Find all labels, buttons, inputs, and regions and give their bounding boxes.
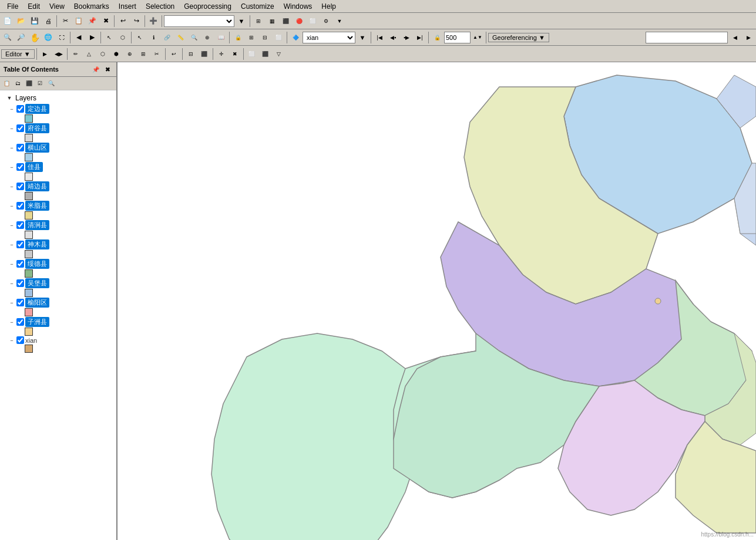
xian-dropdown[interactable]: xian: [303, 32, 355, 43]
open-button[interactable]: 📂: [15, 15, 28, 28]
expand-wubao[interactable]: −: [8, 280, 15, 287]
menu-file[interactable]: File: [2, 1, 23, 12]
tool5[interactable]: ⬜: [306, 15, 319, 28]
edit-tool13[interactable]: ✛: [215, 48, 228, 60]
map-area[interactable]: https://blog.csdn.h...: [117, 62, 756, 540]
menu-edit[interactable]: Edit: [23, 1, 45, 12]
tool6[interactable]: ⚙: [320, 15, 332, 28]
toc-close-button[interactable]: ✖: [102, 64, 113, 75]
swatch-dingbian[interactable]: [25, 114, 33, 123]
edit-tool8[interactable]: ⊞: [137, 48, 150, 60]
edit-tool1[interactable]: ▶: [39, 48, 52, 60]
save-button[interactable]: 💾: [28, 15, 41, 28]
back-button[interactable]: ◀: [72, 31, 85, 44]
swatch-mizhi[interactable]: [25, 211, 33, 220]
tool2[interactable]: ▦: [266, 15, 278, 28]
swatch-suide[interactable]: [25, 269, 33, 278]
checkbox-jingbian[interactable]: [16, 183, 24, 190]
menu-help[interactable]: Help: [317, 1, 341, 12]
paste-button[interactable]: 📌: [86, 15, 99, 28]
toc-tool2[interactable]: 🗂: [12, 78, 23, 89]
menu-insert[interactable]: Insert: [114, 1, 141, 12]
expand-qingjian[interactable]: −: [8, 222, 15, 229]
edit-tool15[interactable]: ⬜: [246, 48, 258, 60]
xian-dropdown-arrow[interactable]: ▼: [356, 31, 369, 44]
swatch-zizhou[interactable]: [25, 328, 33, 336]
menu-selection[interactable]: Selection: [141, 1, 179, 12]
add-data-button[interactable]: ➕: [147, 15, 160, 28]
toc-tool3[interactable]: ⬛: [23, 78, 34, 89]
identify-tool[interactable]: ℹ: [147, 31, 160, 44]
georef-input[interactable]: [646, 32, 728, 43]
layer-dropdown[interactable]: [164, 15, 234, 27]
edit-tool7[interactable]: ⊕: [123, 48, 136, 60]
edit-tool2[interactable]: ◀▶: [52, 48, 65, 60]
swatch-jia[interactable]: [25, 173, 33, 181]
zoom-wnd[interactable]: ⬜: [272, 31, 285, 44]
checkbox-wubao[interactable]: [16, 279, 24, 287]
zoom-to[interactable]: ⊞: [245, 31, 258, 44]
hyperlink-tool[interactable]: 🔗: [160, 31, 173, 44]
new-button[interactable]: 📄: [1, 15, 14, 28]
spatial-bookmarks[interactable]: 📖: [214, 31, 227, 44]
expand-yuyang[interactable]: −: [8, 299, 15, 306]
redo-button[interactable]: ↪: [130, 15, 143, 28]
menu-geoprocessing[interactable]: Geoprocessing: [179, 1, 236, 12]
scale-input[interactable]: [444, 32, 471, 43]
copy-button[interactable]: 📋: [72, 15, 85, 28]
edit-tool10[interactable]: ↩: [167, 48, 180, 60]
tool4[interactable]: 🔴: [293, 15, 305, 28]
edit-tool4[interactable]: △: [83, 48, 96, 60]
swatch-fuyu[interactable]: [25, 134, 33, 142]
swatch-qingjian[interactable]: [25, 231, 33, 239]
tool7[interactable]: ▼: [333, 15, 346, 28]
checkbox-mizhi[interactable]: [16, 202, 24, 210]
menu-windows[interactable]: Windows: [279, 1, 317, 12]
toc-tool4[interactable]: ☑: [35, 78, 45, 89]
measure-tool[interactable]: 📏: [174, 31, 187, 44]
checkbox-hengshan[interactable]: [16, 144, 24, 151]
nav-btn2[interactable]: ◀▪: [387, 31, 399, 44]
expand-fuyu[interactable]: −: [8, 125, 15, 132]
checkbox-dingbian[interactable]: [16, 105, 24, 113]
edit-tool9[interactable]: ✂: [150, 48, 163, 60]
zoom-level[interactable]: ⊟: [258, 31, 271, 44]
dropdown-arrow[interactable]: ▼: [235, 15, 248, 28]
tool3[interactable]: ⬛: [279, 15, 292, 28]
pan-button[interactable]: ✋: [28, 31, 41, 44]
checkbox-suide[interactable]: [16, 260, 24, 268]
print-button[interactable]: 🖨: [42, 15, 55, 28]
toc-tool1[interactable]: 📋: [1, 78, 12, 89]
globe-button[interactable]: 🌐: [42, 31, 55, 44]
cut-button[interactable]: ✂: [59, 15, 72, 28]
edit-tool17[interactable]: ▽: [273, 48, 285, 60]
swatch-yuyang[interactable]: [25, 308, 33, 316]
expand-xian[interactable]: −: [8, 337, 15, 344]
edit-tool3[interactable]: ✏: [69, 48, 82, 60]
swatch-xian[interactable]: [25, 345, 33, 353]
nav-btn3[interactable]: ▪▶: [400, 31, 413, 44]
expand-mizhi[interactable]: −: [8, 203, 15, 210]
checkbox-yuyang[interactable]: [16, 299, 24, 306]
swatch-wubao[interactable]: [25, 289, 33, 297]
select2-btn[interactable]: ⬡: [116, 31, 129, 44]
swatch-hengshan[interactable]: [25, 153, 33, 161]
forward-button[interactable]: ▶: [86, 31, 99, 44]
undo-button[interactable]: ↩: [116, 15, 129, 28]
edit-tool6[interactable]: ⬢: [110, 48, 123, 60]
arrow-tool[interactable]: ↖: [133, 31, 146, 44]
edit-tool16[interactable]: ⬛: [259, 48, 272, 60]
zoom-out-button[interactable]: 🔎: [15, 31, 28, 44]
edit-tool5[interactable]: ⬡: [96, 48, 109, 60]
swatch-shenmu[interactable]: [25, 250, 33, 258]
scale-lock[interactable]: 🔒: [431, 31, 443, 44]
checkbox-fuyu[interactable]: [16, 124, 24, 132]
expand-suide[interactable]: −: [8, 261, 15, 268]
edit-tool14[interactable]: ✖: [229, 48, 241, 60]
scale-spinner-up[interactable]: ▲▼: [471, 31, 484, 44]
checkbox-jia[interactable]: [16, 163, 24, 171]
swatch-jingbian[interactable]: [25, 192, 33, 200]
tool1[interactable]: ⊞: [252, 15, 265, 28]
zoom-in-button[interactable]: 🔍: [1, 31, 14, 44]
checkbox-shenmu[interactable]: [16, 241, 24, 248]
